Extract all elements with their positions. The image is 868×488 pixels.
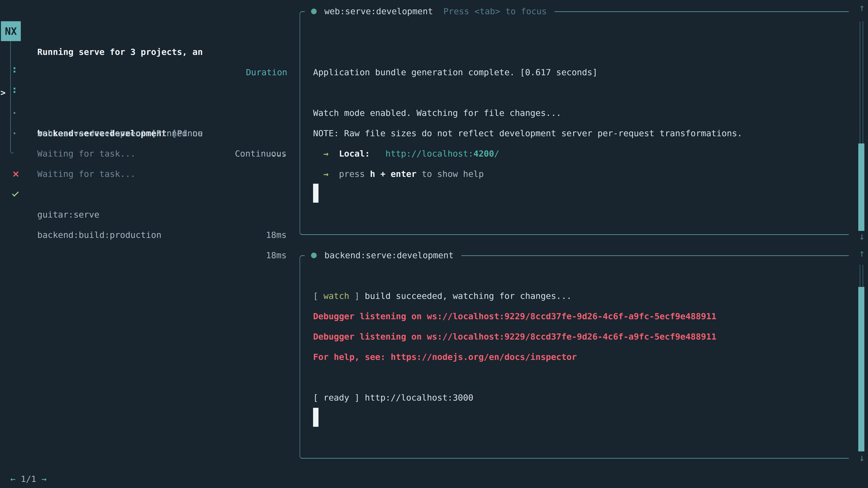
scrollbar-track[interactable]	[860, 22, 863, 143]
failed-cross-icon	[12, 170, 19, 177]
scroll-down-icon[interactable]: ↓	[856, 230, 868, 242]
success-check-icon	[12, 190, 19, 197]
localhost-4200-link[interactable]: http://localhost:	[385, 149, 473, 159]
focus-hint: Press <tab> to focus	[443, 1, 547, 22]
debugger-listening-text: Debugger listening on ws://localhost:922…	[313, 311, 716, 321]
task-name: Waiting for task...	[37, 143, 135, 164]
waiting-dot-icon	[13, 112, 16, 114]
press-label: press	[339, 169, 370, 179]
scrollbar-thumb[interactable]	[858, 287, 864, 451]
task-sidebar: NX Running serve for 3 projects, an Dura…	[0, 0, 301, 488]
inspector-help-text: For help, see: https://nodejs.org/en/doc…	[313, 352, 577, 362]
task-row-backend-build[interactable]: backend:build:production 18ms	[0, 184, 301, 204]
waiting-dot-icon	[13, 132, 16, 134]
pane-title-bar: web:serve:development Press <tab> to foc…	[305, 1, 555, 22]
watch-mode-text: Watch mode enabled. Watching for file ch…	[313, 108, 561, 118]
indent	[329, 149, 339, 159]
bracket: [	[313, 291, 323, 301]
pane-title: backend:serve:development	[324, 245, 454, 265]
task-row-web-serve[interactable]: web:serve:development [Pinned ou Continu…	[0, 83, 301, 103]
ready-text: [ ready ] http://localhost:3000	[313, 393, 473, 402]
terminal-line-local: → Local: http://localhost:4200/	[313, 143, 849, 164]
local-label: Local:	[339, 149, 370, 159]
terminal-line-debugger: Debugger listening on ws://localhost:922…	[313, 326, 849, 347]
terminal-cursor	[313, 408, 318, 427]
terminal-line: Watch mode enabled. Watching for file ch…	[313, 103, 849, 123]
bracket: ]	[349, 291, 360, 301]
task-duration-value: 18ms	[266, 225, 287, 245]
terminal-line-ready: [ ready ] http://localhost:3000	[313, 387, 849, 408]
pane-title-bar: backend:serve:development	[305, 245, 461, 265]
watch-tag: watch	[323, 291, 349, 301]
terminal-line: NOTE: Raw file sizes do not reflect deve…	[313, 123, 849, 143]
terminal-pane-web-serve[interactable]: web:serve:development Press <tab> to foc…	[300, 11, 849, 235]
terminal-pane-backend-serve[interactable]: backend:serve:development [ watch ] buil…	[300, 255, 849, 459]
page-indicator	[16, 474, 21, 484]
scroll-up-icon[interactable]: ↑	[856, 2, 868, 13]
note-text: NOTE: Raw file sizes do not reflect deve…	[313, 128, 742, 138]
running-dot-icon	[311, 253, 317, 258]
sidebar-title: Running serve for 3 projects, an	[37, 42, 203, 62]
spacer	[36, 474, 41, 484]
spinner-icon	[13, 88, 16, 90]
pane-title: web:serve:development	[324, 1, 433, 22]
terminal-line-debugger: Debugger listening on ws://localhost:922…	[313, 306, 849, 326]
help-keys: h + enter	[370, 169, 416, 179]
terminal-line-help: → press h + enter to show help	[313, 164, 849, 184]
task-status-value: Continuous	[235, 143, 287, 164]
scroll-up-icon[interactable]: ↑	[856, 248, 868, 259]
indent	[313, 169, 323, 179]
page-count: 1/1	[21, 474, 36, 484]
terminal-line: Application bundle generation complete. …	[313, 62, 849, 83]
task-row-guitar-serve[interactable]: guitar:serve 18ms	[0, 164, 301, 184]
help-suffix: to show help	[416, 169, 484, 179]
scrollbar-track[interactable]	[860, 265, 863, 287]
running-dot-icon	[311, 8, 317, 14]
next-page-arrow-icon[interactable]: →	[41, 474, 46, 484]
scroll-down-icon[interactable]: ↓	[856, 452, 868, 463]
arrow-right-icon: →	[323, 169, 329, 179]
localhost-4200-port[interactable]: 4200	[473, 149, 494, 159]
spinner-icon	[13, 67, 16, 69]
prev-page-arrow-icon[interactable]: ←	[10, 474, 16, 484]
scrollbar-thumb[interactable]	[858, 143, 864, 231]
localhost-4200-slash[interactable]: /	[494, 149, 499, 159]
task-duration-value: 18ms	[266, 245, 287, 265]
pagination: ← 1/1 →	[10, 469, 46, 488]
debugger-listening-text: Debugger listening on ws://localhost:922…	[313, 332, 716, 341]
indent	[329, 169, 339, 179]
sidebar-footer: ← 1/1 → quit: q help: ?	[0, 449, 301, 469]
terminal-line-watch: [ watch ] build succeeded, watching for …	[313, 286, 849, 306]
build-succeeded-text: build succeeded, watching for changes...	[360, 291, 572, 301]
sidebar-header: Running serve for 3 projects, an Duratio…	[0, 22, 301, 42]
gap	[370, 149, 385, 159]
task-row-waiting-1[interactable]: Waiting for task...	[0, 103, 301, 123]
bundle-complete-text: Application bundle generation complete. …	[313, 67, 597, 77]
task-row-backend-serve[interactable]: > backend:serve:development [Pinne ...	[0, 62, 301, 83]
terminal-line-inspector-help: For help, see: https://nodejs.org/en/doc…	[313, 347, 849, 367]
task-row-waiting-2[interactable]: Waiting for task...	[0, 123, 301, 143]
task-name: guitar:serve	[37, 204, 99, 225]
terminal-cursor	[313, 184, 318, 203]
arrow-right-icon: →	[323, 149, 329, 159]
task-name: backend:build:production	[37, 225, 161, 245]
indent	[313, 149, 323, 159]
